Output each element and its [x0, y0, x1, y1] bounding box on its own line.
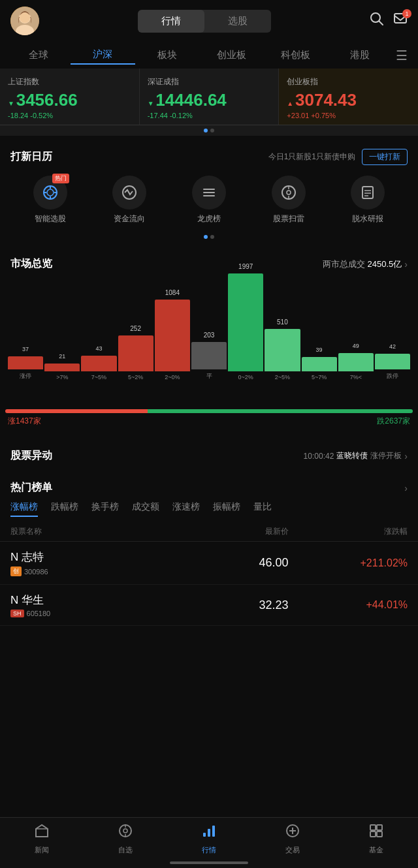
bar-col-2: 437~5%	[81, 345, 116, 380]
svg-point-8	[47, 189, 54, 196]
bottom-label-fund: 基金	[369, 845, 383, 855]
bar-top-label-5: 203	[204, 332, 215, 341]
market-total[interactable]: 两市总成交 2450.5亿 ›	[323, 258, 408, 270]
bar-top-label-1: 21	[59, 353, 65, 362]
alert-desc: 涨停开板	[370, 450, 402, 461]
bar-top-label-0: 37	[22, 346, 29, 355]
col-price-header: 最新价	[169, 526, 288, 537]
col-name-header: 股票名称	[10, 526, 169, 537]
nav-tab-kechuang[interactable]: 科创板	[263, 46, 327, 64]
fund-icon	[368, 823, 384, 843]
stock-row-0[interactable]: N 志特 创 300986 46.00 +211.02%	[0, 542, 418, 585]
tool-icon-smart: 热门	[33, 176, 67, 209]
tool-label-scan: 股票扫雷	[273, 213, 304, 225]
col-change-header: 涨跌幅	[289, 526, 408, 537]
index-change-2: +23.01 +0.75%	[287, 112, 410, 119]
svg-rect-16	[203, 195, 215, 196]
bar-rect-6	[228, 273, 263, 371]
nav-tab-chuangye[interactable]: 创业板	[199, 46, 263, 64]
tool-dragon-tiger[interactable]: 龙虎榜	[192, 176, 226, 225]
index-card-shangzheng[interactable]: 上证指数 3456.66 -18.24 -0.52%	[0, 69, 140, 125]
alert-time: 10:00:42	[304, 452, 334, 461]
bottom-nav-watchlist[interactable]: 自选	[84, 823, 167, 855]
hot-list-header: 热门榜单 ›	[0, 474, 418, 499]
tool-capital-flow[interactable]: 资金流向	[112, 176, 146, 225]
nav-tab-sector[interactable]: 板块	[135, 46, 199, 64]
market-total-value: 2450.5亿	[368, 258, 402, 270]
bar-col-9: 497%<	[338, 343, 374, 380]
index-title-0: 上证指数	[8, 76, 131, 87]
avatar[interactable]	[10, 7, 39, 35]
hot-tab-fall[interactable]: 跌幅榜	[51, 501, 78, 517]
index-card-chuangye[interactable]: 创业板指 3074.43 +23.01 +0.75%	[279, 69, 418, 125]
hot-tab-volume[interactable]: 成交额	[132, 501, 159, 517]
bottom-nav-trade[interactable]: 交易	[251, 823, 334, 855]
stock-name-1: N 华生	[10, 593, 169, 608]
index-change-1: -17.44 -0.12%	[148, 112, 271, 119]
tool-stock-scan[interactable]: 股票扫雷	[272, 176, 306, 225]
progress-fall	[148, 409, 413, 413]
bar-chart-area: 37涨停21>7%437~5%2525~2%10842~0%203平19970~…	[0, 276, 418, 407]
message-icon[interactable]: 1	[393, 12, 408, 30]
stock-alert-info: 10:00:42 蓝晓转债 涨停开板 ›	[304, 450, 408, 461]
nav-tab-hushen[interactable]: 沪深	[71, 46, 135, 65]
bottom-nav-fund[interactable]: 基金	[334, 823, 418, 855]
bar-col-5: 203平	[191, 332, 227, 380]
stock-alert-title: 股票异动	[10, 449, 52, 463]
ipo-one-click-btn[interactable]: 一键打新	[362, 149, 408, 165]
hot-tab-volratio[interactable]: 量比	[253, 501, 272, 517]
stock-alert-section: 股票异动 10:00:42 蓝晓转债 涨停开板 ›	[0, 441, 418, 469]
tab-select[interactable]: 选股	[204, 10, 271, 33]
index-title-2: 创业板指	[287, 76, 410, 87]
bar-top-label-4: 1084	[165, 289, 180, 298]
tool-icon-scan	[272, 176, 306, 209]
tab-market[interactable]: 行情	[138, 10, 204, 33]
index-dots	[0, 125, 418, 136]
market-overview-header: 市场总览 两市总成交 2450.5亿 ›	[0, 249, 418, 276]
bottom-nav-market[interactable]: 行情	[167, 823, 251, 855]
stock-name-col-1: N 华生 SH 605180	[10, 593, 169, 617]
stock-code-1: 605180	[27, 610, 51, 617]
ipo-calendar-section: 打新日历 今日1只新股1只新债申购 一键打新	[0, 141, 418, 170]
market-icon	[201, 823, 217, 843]
nav-tab-ganggu[interactable]: 港股	[328, 46, 392, 64]
nav-menu-icon[interactable]: ☰	[392, 48, 411, 63]
message-badge: 1	[402, 9, 411, 18]
index-card-shenzheng[interactable]: 深证成指 14446.64 -17.44 -0.12%	[140, 69, 280, 125]
tool-research[interactable]: 脱水研报	[351, 176, 385, 225]
bottom-nav-news[interactable]: 新闻	[0, 823, 84, 855]
svg-rect-15	[203, 192, 215, 193]
bar-rect-2	[81, 356, 116, 371]
svg-rect-33	[212, 826, 215, 837]
stock-change-1: +44.01%	[289, 599, 408, 611]
market-overview-section: 市场总览 两市总成交 2450.5亿 › 37涨停21>7%437~5%2525…	[0, 249, 418, 436]
search-icon[interactable]	[370, 12, 384, 30]
hot-tab-rise[interactable]: 涨幅榜	[10, 501, 38, 517]
stock-alert-header[interactable]: 股票异动 10:00:42 蓝晓转债 涨停开板 ›	[0, 441, 418, 469]
market-chevron-icon: ›	[404, 259, 408, 270]
hot-tab-speed[interactable]: 涨速榜	[172, 501, 200, 517]
index-title-1: 深证成指	[148, 76, 271, 87]
stock-code-row-0: 创 300986	[10, 566, 169, 576]
bar-col-6: 19970~2%	[228, 263, 263, 380]
bar-rect-9	[338, 353, 374, 371]
stock-row-1[interactable]: N 华生 SH 605180 32.23 +44.01%	[0, 585, 418, 626]
nav-tabs: 全球 沪深 板块 创业板 科创板 港股 ☰	[0, 42, 418, 69]
hot-tab-turnover[interactable]: 换手榜	[91, 501, 119, 517]
hot-list-chevron-icon[interactable]: ›	[404, 483, 408, 493]
trade-icon	[285, 823, 300, 843]
svg-rect-37	[370, 825, 376, 830]
hot-tab-amplitude[interactable]: 振幅榜	[213, 501, 240, 517]
bar-rect-10	[375, 354, 410, 369]
tool-smart-select[interactable]: 热门 智能选股	[33, 176, 67, 225]
nav-tab-global[interactable]: 全球	[7, 46, 71, 64]
market-progress-bar	[5, 409, 413, 413]
bar-rect-8	[302, 357, 337, 371]
bar-top-label-10: 42	[389, 343, 396, 352]
rise-count: 涨1437家	[8, 416, 41, 427]
stock-table-header: 股票名称 最新价 涨跌幅	[0, 522, 418, 542]
stock-change-pct-0: +211.02%	[361, 557, 408, 568]
bottom-label-trade: 交易	[285, 845, 300, 855]
bar-col-4: 10842~0%	[155, 289, 190, 380]
stock-code-0: 300986	[24, 568, 48, 576]
